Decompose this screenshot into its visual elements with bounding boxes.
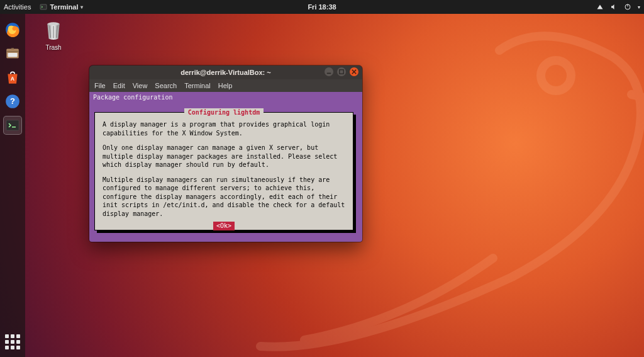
terminal-window[interactable]: derrik@derrik-VirtualBox: ~ File Edit Vi… [89,65,362,242]
network-icon [596,3,604,11]
app-menu-label: Terminal [50,3,78,11]
configuring-lightdm-dialog: Configuring lightdm A display manager is… [94,112,353,230]
dialog-title: Configuring lightdm [184,108,264,117]
svg-text:?: ? [10,96,15,106]
svg-point-0 [541,60,571,91]
menu-view[interactable]: View [133,82,148,89]
dock-item-software[interactable]: A [3,68,22,87]
chevron-down-icon: ▾ [80,4,83,10]
svg-rect-13 [12,127,16,128]
activities-button[interactable]: Activities [4,3,31,11]
shopping-bag-icon: A [4,69,21,86]
system-status-area[interactable]: ▾ [596,3,640,11]
desktop-trash[interactable]: Trash [35,19,72,51]
window-maximize-button[interactable] [337,67,346,76]
svg-rect-8 [11,48,14,49]
window-menubar: File Edit View Search Terminal Help [89,79,362,92]
show-applications-button[interactable] [4,333,21,351]
svg-rect-16 [340,70,343,74]
minimize-icon [326,69,331,74]
gnome-top-bar: Activities Terminal ▾ Fri 18:38 ▾ [0,0,644,14]
dialog-paragraph-2: Only one display manager can manage a gi… [103,144,345,169]
svg-rect-1 [40,4,47,9]
app-menu-button[interactable]: Terminal ▾ [40,3,83,11]
desktop-trash-label: Trash [35,44,72,51]
menu-file[interactable]: File [94,82,106,89]
svg-rect-3 [628,4,628,7]
svg-rect-15 [327,73,331,74]
window-close-button[interactable] [350,67,358,76]
trash-icon [42,19,65,42]
svg-rect-7 [8,53,17,57]
package-config-header: Package configuration [92,93,360,102]
chevron-down-icon: ▾ [638,4,640,10]
maximize-icon [339,69,344,74]
dialog-paragraph-3: Multiple display managers can run simult… [103,176,345,218]
dock-item-terminal[interactable] [3,116,22,135]
window-titlebar[interactable]: derrik@derrik-VirtualBox: ~ [89,65,362,79]
files-icon [4,45,21,62]
window-title: derrik@derrik-VirtualBox: ~ [180,69,271,76]
close-icon [352,69,357,74]
menu-help[interactable]: Help [218,82,233,89]
terminal-body[interactable]: Package configuration Configuring lightd… [89,92,362,242]
dock-item-files[interactable] [3,44,22,63]
ok-button[interactable]: <Ok> [213,222,235,230]
dock-item-help[interactable]: ? [3,92,22,111]
volume-icon [610,3,618,11]
dialog-paragraph-1: A display manager is a program that prov… [103,120,345,137]
terminal-icon [40,3,47,11]
dock: A ? [0,14,25,357]
terminal-icon [5,118,20,133]
menu-search[interactable]: Search [155,82,177,89]
power-icon [624,3,631,11]
dock-item-firefox[interactable] [3,20,22,39]
svg-rect-12 [6,120,19,130]
menu-terminal[interactable]: Terminal [184,82,211,89]
clock[interactable]: Fri 18:38 [308,3,336,11]
window-minimize-button[interactable] [325,67,333,76]
menu-edit[interactable]: Edit [113,82,125,89]
svg-rect-6 [6,51,19,52]
help-icon: ? [4,93,21,110]
firefox-icon [4,21,21,38]
svg-text:A: A [11,76,15,82]
